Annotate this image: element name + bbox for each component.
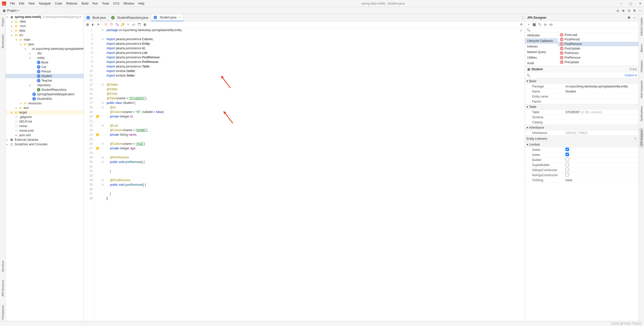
rail-database[interactable]: Database	[639, 59, 643, 74]
prop-search[interactable]	[530, 74, 625, 77]
code-editor[interactable]: 1234567891011121314151617181920212223242…	[84, 28, 525, 321]
sect-lombok[interactable]: ▾ Lombok	[525, 142, 638, 147]
tree-interface-sr[interactable]: IStudentRepository	[6, 87, 84, 92]
cb-preremove[interactable]: mPreRemove	[558, 55, 638, 60]
settings-icon[interactable]: ⚙	[632, 9, 636, 13]
menu-vcs[interactable]: VCS	[111, 1, 121, 6]
minimize-button[interactable]: ─	[619, 2, 623, 5]
sect-table[interactable]: ▾ Table	[525, 104, 638, 110]
chk-setter[interactable]	[565, 153, 569, 156]
ed-settings-icon[interactable]: ⚙	[519, 22, 523, 27]
menu-code[interactable]: Code	[53, 1, 64, 6]
cb-postremove[interactable]: mPostRemove	[558, 42, 638, 46]
tab-book[interactable]: CBook.java	[84, 14, 109, 21]
sect-entity-listeners[interactable]: Entity Listeners＋	[525, 135, 638, 142]
rail-project[interactable]: Project	[1, 16, 5, 28]
hide-icon[interactable]: ─	[632, 16, 636, 20]
chk-superbuilder[interactable]	[565, 163, 569, 166]
tree-scratches[interactable]: ▸📋Scratches and Consoles	[6, 142, 84, 147]
menu-build[interactable]: Build	[80, 1, 90, 6]
expand-all-icon[interactable]: ≣	[621, 9, 625, 13]
add-icon[interactable]: ＋	[527, 22, 531, 27]
menu-file[interactable]: File	[8, 1, 17, 6]
rail-jpa-structure[interactable]: JPA Structure	[1, 278, 5, 298]
hide-icon[interactable]: ─	[638, 9, 642, 13]
ed-icon[interactable]: ⓐ	[104, 22, 108, 27]
ed-icon[interactable]: ⓜ	[109, 22, 113, 27]
code-content[interactable]: package cn.tuyucheng.taketoday.springdat…	[105, 28, 525, 321]
ed-icon[interactable]: ≡	[126, 22, 130, 27]
close-button[interactable]: ✕	[638, 2, 642, 5]
maximize-button[interactable]: ▢	[629, 2, 632, 5]
menu-view[interactable]: View	[26, 1, 37, 6]
project-view-selector[interactable]: ▦Project ▾	[0, 9, 21, 13]
select-opened-icon[interactable]: ◎	[616, 9, 620, 13]
tabs-menu-icon[interactable]: ⋮	[521, 16, 525, 20]
menu-window[interactable]: Window	[121, 1, 136, 6]
tree-java[interactable]: ▾📁java	[6, 42, 84, 46]
tab-studentrepo[interactable]: IStudentRepository.java	[109, 14, 151, 21]
cb-preupdate[interactable]: mPreUpdate	[558, 60, 638, 64]
chk-noargs[interactable]	[565, 173, 569, 176]
inspection-ok-icon[interactable]: ✓	[520, 29, 524, 32]
menu-help[interactable]: Help	[136, 1, 146, 6]
menu-edit[interactable]: Edit	[17, 1, 26, 6]
rail-copilot[interactable]: GitHub Copilot	[639, 16, 643, 37]
chk-getter[interactable]	[565, 148, 569, 151]
ed-icon[interactable]: 👁	[96, 22, 101, 27]
cat-indexes[interactable]: Indexes	[525, 44, 558, 49]
cat-namedquery[interactable]: Named Query	[525, 49, 558, 55]
cat-utilities[interactable]: Utilities	[525, 55, 558, 60]
tree-class-teacher[interactable]: CTeacher	[6, 78, 84, 83]
rail-maven[interactable]: Maven	[639, 42, 643, 54]
tree-data[interactable]: ▸📁data	[6, 28, 84, 33]
tree-gitignore[interactable]: 📄.gitignore	[6, 115, 84, 119]
chk-builder[interactable]	[565, 158, 569, 161]
ed-icon[interactable]: ◐	[91, 22, 95, 27]
tree-target[interactable]: ▸📁target	[6, 110, 84, 115]
add-icon[interactable]: ＋	[634, 136, 637, 141]
db-icon[interactable]: 🗃	[549, 22, 553, 27]
jpa-search[interactable]	[527, 28, 637, 32]
tree-external-libs[interactable]: ▸📚External Libraries	[6, 137, 84, 142]
sect-inheritance[interactable]: ▾ Inheritance	[525, 125, 638, 130]
rail-webinspector[interactable]: Web Inspector	[639, 79, 643, 100]
tree-test[interactable]: ▸📁test	[6, 106, 84, 110]
cat-attributes[interactable]: Attributes	[525, 33, 558, 38]
tree-dto[interactable]: ▸▫dto	[6, 51, 84, 56]
cb-postload[interactable]: mPostLoad	[558, 33, 638, 37]
tree-class-dto[interactable]: CStudentDto	[6, 97, 84, 101]
wrench-icon[interactable]: 🔧	[538, 22, 542, 27]
menu-run[interactable]: Run	[90, 1, 100, 6]
ed-icon[interactable]: 🔍	[115, 22, 119, 27]
tree-mvnw[interactable]: 📄mvnw	[6, 124, 84, 128]
actions-link[interactable]: Actions ▾	[625, 74, 637, 77]
rail-jpa-designer[interactable]: JPA Designer	[639, 128, 643, 148]
ed-icon[interactable]: ▦	[85, 22, 89, 27]
target-icon[interactable]: ◎	[543, 22, 547, 27]
sect-basic[interactable]: ▾ Basic	[525, 78, 638, 84]
tree-class-student[interactable]: CStudent	[6, 74, 84, 78]
menu-refactor[interactable]: Refactor	[64, 1, 80, 6]
project-tree[interactable]: ▾▦spring-data-intellijD:\workspace\intel…	[6, 14, 84, 321]
tree-main[interactable]: ▾📁main	[6, 37, 84, 42]
tree-idea[interactable]: ▸📁.idea	[6, 19, 84, 24]
collapse-all-icon[interactable]: ⇲	[627, 9, 631, 13]
cat-lifecycle[interactable]: Lifecycle Callbacks	[525, 38, 558, 44]
cat-audit[interactable]: Audit	[525, 60, 558, 66]
chk-allargs[interactable]	[565, 168, 569, 171]
rail-notifications[interactable]: Notifications	[639, 105, 643, 123]
rail-persistence[interactable]: Persistence	[1, 304, 5, 321]
settings-icon[interactable]: ⚙	[627, 16, 631, 20]
tree-entity[interactable]: ▾▫entity	[6, 56, 84, 60]
view-icon[interactable]: ▦	[532, 22, 536, 27]
ed-icon[interactable]: 🗃	[132, 22, 136, 27]
tree-package[interactable]: ▾▫cn.tuyucheng.taketoday.springdatainte	[6, 46, 84, 51]
tab-student[interactable]: CStudent.java×	[151, 14, 184, 21]
cb-postupdate[interactable]: mPostUpdate	[558, 46, 638, 51]
tree-mvnwcmd[interactable]: 📄mvnw.cmd	[6, 128, 84, 133]
tree-class-car[interactable]: CCar	[6, 65, 84, 69]
menu-navigate[interactable]: Navigate	[37, 1, 53, 6]
tree-root[interactable]: ▾▦spring-data-intellijD:\workspace\intel…	[6, 15, 84, 19]
menu-tools[interactable]: Tools	[100, 1, 111, 6]
